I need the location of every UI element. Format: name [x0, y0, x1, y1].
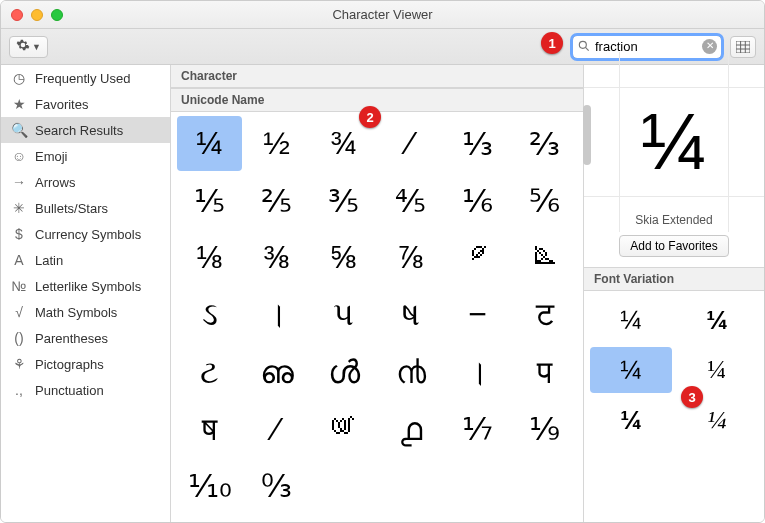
character-cell[interactable]: ⁄: [244, 402, 309, 457]
sidebar-icon: ◷: [11, 70, 27, 86]
sidebar-item-search-results[interactable]: 🔍Search Results: [1, 117, 170, 143]
character-cell[interactable]: ⅓: [445, 116, 510, 171]
character-cell[interactable]: −: [445, 287, 510, 342]
font-variation-cell[interactable]: ¼: [590, 397, 672, 443]
character-cell[interactable]: ൔ: [512, 230, 577, 285]
sidebar-item-label: Favorites: [35, 97, 88, 112]
character-cell[interactable]: ⅚: [512, 173, 577, 228]
character-cell[interactable]: ट: [512, 287, 577, 342]
sidebar-item-label: Parentheses: [35, 331, 108, 346]
character-cell[interactable]: ⅖: [244, 173, 309, 228]
clear-search-button[interactable]: ✕: [702, 39, 717, 54]
sidebar-icon: .,: [11, 382, 27, 398]
callout-1: 1: [541, 32, 563, 54]
preview-pane: ¼ Skia Extended Add to Favorites Font Va…: [584, 65, 764, 523]
sidebar-item-label: Letterlike Symbols: [35, 279, 141, 294]
sidebar-icon: ✳: [11, 200, 27, 216]
preview-font-name: Skia Extended: [584, 213, 764, 235]
font-variation-header: Font Variation: [584, 267, 764, 291]
character-cell[interactable]: ൕ: [311, 402, 376, 457]
sidebar-icon: ⚘: [11, 356, 27, 372]
character-cell[interactable]: પ: [311, 287, 376, 342]
callout-3: 3: [681, 386, 703, 408]
character-cell[interactable]: ⅝: [311, 230, 376, 285]
character-cell[interactable]: प: [512, 345, 577, 400]
sidebar-item-frequently-used[interactable]: ◷Frequently Used: [1, 65, 170, 91]
sidebar-item-pictographs[interactable]: ⚘Pictographs: [1, 351, 170, 377]
sidebar-item-currency-symbols[interactable]: $Currency Symbols: [1, 221, 170, 247]
character-cell[interactable]: ⅛: [177, 230, 242, 285]
category-sidebar: ◷Frequently Used★Favorites🔍Search Result…: [1, 65, 171, 523]
search-input[interactable]: [572, 35, 722, 59]
sidebar-icon: √: [11, 304, 27, 320]
character-cell[interactable]: ⅒: [177, 459, 242, 514]
sidebar-icon: ☺: [11, 148, 27, 164]
character-cell[interactable]: ⅕: [177, 173, 242, 228]
character-cell[interactable]: ।: [445, 345, 510, 400]
character-cell[interactable]: ⅞: [378, 230, 443, 285]
settings-menu-button[interactable]: ▼: [9, 36, 48, 58]
sidebar-item-label: Math Symbols: [35, 305, 117, 320]
character-cell[interactable]: ઽ: [177, 287, 242, 342]
add-to-favorites-button[interactable]: Add to Favorites: [619, 235, 728, 257]
character-cell[interactable]: ટ: [177, 345, 242, 400]
character-cell[interactable]: ⅜: [244, 230, 309, 285]
sidebar-item-letterlike-symbols[interactable]: №Letterlike Symbols: [1, 273, 170, 299]
character-cell[interactable]: ༳: [445, 230, 510, 285]
character-cell[interactable]: ½: [244, 116, 309, 171]
sidebar-icon: ★: [11, 96, 27, 112]
sidebar-item-label: Currency Symbols: [35, 227, 141, 242]
sidebar-icon: $: [11, 226, 27, 242]
character-cell[interactable]: ഌ: [244, 345, 309, 400]
svg-rect-2: [736, 41, 750, 53]
font-variation-cell[interactable]: ¼: [590, 347, 672, 393]
font-variation-cell[interactable]: ¼: [676, 297, 758, 343]
svg-line-1: [585, 47, 588, 50]
sidebar-item-arrows[interactable]: →Arrows: [1, 169, 170, 195]
sidebar-item-emoji[interactable]: ☺Emoji: [1, 143, 170, 169]
character-grid[interactable]: ¼½¾⁄⅓⅔⅕⅖⅗⅘⅙⅚⅛⅜⅝⅞༳ൔઽ।પષ−टટഌൾ൯।पष⁄ൕ൧⅐⅑⅒↉: [171, 112, 583, 523]
sidebar-item-label: Bullets/Stars: [35, 201, 108, 216]
titlebar: Character Viewer: [1, 1, 764, 29]
character-cell[interactable]: ൯: [378, 345, 443, 400]
sidebar-item-favorites[interactable]: ★Favorites: [1, 91, 170, 117]
character-cell[interactable]: ↉: [244, 459, 309, 514]
character-header: Character: [171, 65, 583, 88]
sidebar-item-label: Pictographs: [35, 357, 104, 372]
character-cell[interactable]: ⅗: [311, 173, 376, 228]
character-cell[interactable]: ⅑: [512, 402, 577, 457]
window-title: Character Viewer: [1, 7, 764, 22]
sidebar-icon: A: [11, 252, 27, 268]
callout-2: 2: [359, 106, 381, 128]
svg-point-0: [579, 41, 586, 48]
character-cell[interactable]: ⅘: [378, 173, 443, 228]
character-cell[interactable]: ൾ: [311, 345, 376, 400]
preview-character: ¼: [609, 77, 739, 207]
character-cell[interactable]: ⅙: [445, 173, 510, 228]
character-cell[interactable]: ⅐: [445, 402, 510, 457]
sidebar-item-latin[interactable]: ALatin: [1, 247, 170, 273]
scrollbar[interactable]: [583, 105, 591, 165]
sidebar-item-parentheses[interactable]: ()Parentheses: [1, 325, 170, 351]
sidebar-item-math-symbols[interactable]: √Math Symbols: [1, 299, 170, 325]
toggle-compact-button[interactable]: [730, 36, 756, 58]
font-variation-cell[interactable]: ¼: [590, 297, 672, 343]
sidebar-item-label: Arrows: [35, 175, 75, 190]
character-cell[interactable]: ષ: [378, 287, 443, 342]
character-cell[interactable]: ⅔: [512, 116, 577, 171]
chevron-down-icon: ▼: [32, 42, 41, 52]
sidebar-item-punctuation[interactable]: .,Punctuation: [1, 377, 170, 403]
toolbar: ▼ ✕: [1, 29, 764, 65]
sidebar-item-label: Latin: [35, 253, 63, 268]
sidebar-item-bullets-stars[interactable]: ✳Bullets/Stars: [1, 195, 170, 221]
character-cell[interactable]: ।: [244, 287, 309, 342]
character-grid-pane: Character Unicode Name ¼½¾⁄⅓⅔⅕⅖⅗⅘⅙⅚⅛⅜⅝⅞༳…: [171, 65, 584, 523]
character-cell[interactable]: ⁄: [378, 116, 443, 171]
character-cell[interactable]: ¼: [177, 116, 242, 171]
sidebar-item-label: Frequently Used: [35, 71, 130, 86]
character-cell[interactable]: ष: [177, 402, 242, 457]
character-cell[interactable]: ൧: [378, 402, 443, 457]
search-icon: [577, 39, 591, 56]
sidebar-icon: №: [11, 278, 27, 294]
gear-icon: [16, 38, 30, 55]
